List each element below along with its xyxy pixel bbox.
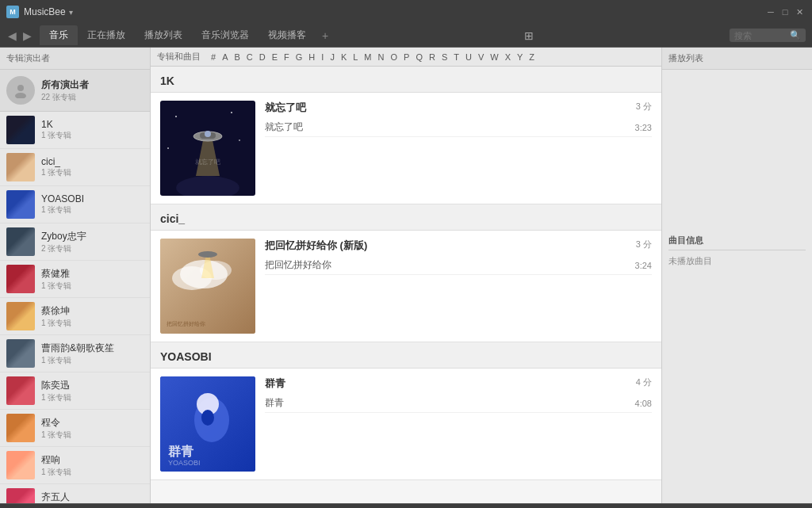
- sidebar-thumb-6: [6, 339, 35, 368]
- alpha-char-X[interactable]: X: [503, 52, 513, 63]
- search-input[interactable]: [734, 31, 790, 40]
- alpha-char-O[interactable]: O: [388, 52, 400, 63]
- sidebar-artist-name-6: 曹雨韵&朝歌夜笙: [41, 342, 144, 355]
- tab-nowplaying[interactable]: 正在播放: [78, 25, 135, 45]
- alpha-char-G[interactable]: G: [293, 52, 305, 63]
- sidebar-artist-info-9: 程响 1 张专辑: [41, 453, 144, 478]
- dropdown-arrow[interactable]: ▾: [69, 8, 73, 17]
- sidebar-item-artist-9[interactable]: 程响 1 张专辑: [0, 447, 150, 484]
- song-info-section: 曲目信息 未播放曲目: [662, 228, 812, 273]
- sidebar-artist-info-6: 曹雨韵&朝歌夜笙 1 张专辑: [41, 342, 144, 366]
- svg-point-7: [205, 131, 211, 137]
- sidebar-item-artist-10[interactable]: 齐五人 2 张专辑: [0, 484, 150, 503]
- alpha-char-A[interactable]: A: [220, 52, 230, 63]
- alpha-char-W[interactable]: W: [488, 52, 500, 63]
- track-row-2-0-0[interactable]: 群青 4:08: [265, 394, 652, 413]
- sidebar-artist-count-7: 1 张专辑: [41, 392, 144, 403]
- tab-playlist[interactable]: 播放列表: [135, 25, 192, 45]
- alpha-char-Z[interactable]: Z: [527, 52, 537, 63]
- alpha-char-H[interactable]: H: [306, 52, 317, 63]
- add-tab-button[interactable]: +: [316, 26, 335, 45]
- alpha-char-Q[interactable]: Q: [413, 52, 425, 63]
- alpha-char-T[interactable]: T: [451, 52, 462, 63]
- album-detail-1-0: 把回忆拼好给你 (新版) 3 分 把回忆拼好给你 3:24: [265, 239, 652, 334]
- alpha-char-S[interactable]: S: [439, 52, 450, 63]
- sidebar-artist-name-5: 蔡徐坤: [41, 304, 144, 318]
- maximize-button[interactable]: □: [779, 6, 791, 18]
- sidebar-artist-count-6: 1 张专辑: [41, 355, 144, 366]
- tab-music[interactable]: 音乐: [40, 25, 78, 45]
- svg-point-8: [175, 116, 177, 117]
- tab-browser[interactable]: 音乐浏览器: [192, 25, 259, 45]
- tab-video[interactable]: 视频播客: [259, 25, 316, 45]
- track-row-0-0-0[interactable]: 就忘了吧 3:23: [265, 118, 652, 137]
- sidebar-thumb-7: [6, 376, 35, 405]
- sidebar-artist-name-9: 程响: [41, 453, 144, 467]
- alpha-char-D[interactable]: D: [257, 52, 268, 63]
- sidebar-artist-count-3: 2 张专辑: [41, 243, 144, 254]
- alpha-char-N[interactable]: N: [376, 52, 387, 63]
- right-panel: 播放列表 曲目信息 未播放曲目: [661, 48, 812, 503]
- alpha-char-R[interactable]: R: [427, 52, 438, 63]
- app-name: MusicBee: [24, 6, 66, 17]
- sidebar-thumb-0: [6, 116, 35, 144]
- sidebar-item-artist-3[interactable]: Zyboy忠宇 2 张专辑: [0, 223, 150, 261]
- alpha-char-F[interactable]: F: [282, 52, 292, 63]
- sidebar-artist-name-0: 1K: [41, 119, 144, 130]
- alpha-char-V[interactable]: V: [476, 52, 486, 63]
- window-controls: ─ □ ✕: [764, 6, 806, 18]
- artist-name-1: cici_: [151, 204, 661, 231]
- back-button[interactable]: ◀: [6, 29, 18, 42]
- search-icon[interactable]: 🔍: [790, 30, 801, 40]
- sidebar-artist-name-7: 陈奕迅: [41, 379, 144, 392]
- sidebar: 专辑演出者 所有演出者 22 张专辑 1K 1 张专辑 cici_ 1 张专辑: [0, 48, 151, 503]
- alpha-char-B[interactable]: B: [232, 52, 242, 63]
- svg-text:群青: 群青: [167, 445, 194, 458]
- sidebar-artist-info-10: 齐五人 2 张专辑: [41, 491, 144, 504]
- alpha-char-M[interactable]: M: [362, 52, 373, 63]
- sidebar-artist-count-8: 1 张专辑: [41, 430, 144, 441]
- alpha-char-L[interactable]: L: [350, 52, 360, 63]
- sidebar-item-all-artists[interactable]: 所有演出者 22 张专辑: [0, 70, 150, 112]
- album-art-1-0: 把回忆拼好给你: [160, 239, 255, 334]
- minimize-button[interactable]: ─: [764, 6, 777, 18]
- sidebar-artist-name-8: 程令: [41, 416, 144, 430]
- track-count-2-0: 4 分: [636, 376, 652, 388]
- alpha-char-J[interactable]: J: [327, 52, 337, 63]
- alpha-char-P[interactable]: P: [401, 52, 412, 63]
- sidebar-item-artist-5[interactable]: 蔡徐坤 1 张专辑: [0, 298, 150, 335]
- forward-button[interactable]: ▶: [21, 29, 33, 42]
- sidebar-thumb-8: [6, 414, 35, 442]
- sidebar-artist-info-7: 陈奕迅 1 张专辑: [41, 379, 144, 403]
- sidebar-item-artist-0[interactable]: 1K 1 张专辑: [0, 112, 150, 149]
- svg-point-0: [17, 85, 24, 91]
- sidebar-item-artist-4[interactable]: 蔡健雅 1 张专辑: [0, 261, 150, 298]
- close-button[interactable]: ✕: [793, 6, 806, 18]
- all-artists-count: 22 张专辑: [41, 92, 89, 103]
- track-duration-0-0-0: 3:23: [620, 123, 652, 132]
- alpha-char-I[interactable]: I: [319, 52, 326, 63]
- sidebar-thumb-2: [6, 190, 35, 219]
- alpha-char-U[interactable]: U: [463, 52, 474, 63]
- sidebar-item-artist-1[interactable]: cici_ 1 张专辑: [0, 149, 150, 186]
- sidebar-item-artist-8[interactable]: 程令 1 张专辑: [0, 410, 150, 447]
- sidebar-item-artist-7[interactable]: 陈奕迅 1 张专辑: [0, 372, 150, 410]
- track-row-1-0-0[interactable]: 把回忆拼好给你 3:24: [265, 256, 652, 275]
- main-area: 专辑演出者 所有演出者 22 张专辑 1K 1 张专辑 cici_ 1 张专辑: [0, 48, 812, 503]
- layout-icon[interactable]: ⊞: [524, 29, 534, 42]
- sidebar-header-label: 专辑演出者: [6, 52, 50, 64]
- album-art-0-0: 就忘了吧: [160, 101, 255, 196]
- alpha-char-Y[interactable]: Y: [515, 52, 525, 63]
- alpha-char-C[interactable]: C: [244, 52, 255, 63]
- sidebar-thumb-4: [6, 265, 35, 293]
- alpha-char-#[interactable]: #: [209, 52, 218, 63]
- song-info-empty: 未播放曲目: [668, 255, 806, 267]
- sidebar-item-artist-2[interactable]: YOASOBI 1 张专辑: [0, 186, 150, 223]
- alpha-char-K[interactable]: K: [339, 52, 349, 63]
- artist-section-2: YOASOBI 群青 YOASOBI 群青 4 分 群青 4:08: [151, 342, 661, 480]
- sidebar-item-artist-6[interactable]: 曹雨韵&朝歌夜笙 1 张专辑: [0, 335, 150, 372]
- alpha-char-E[interactable]: E: [270, 52, 280, 63]
- search-box: 🔍: [730, 29, 806, 42]
- content-header-label: 专辑和曲目: [157, 51, 201, 63]
- sidebar-artist-count-4: 1 张专辑: [41, 281, 144, 292]
